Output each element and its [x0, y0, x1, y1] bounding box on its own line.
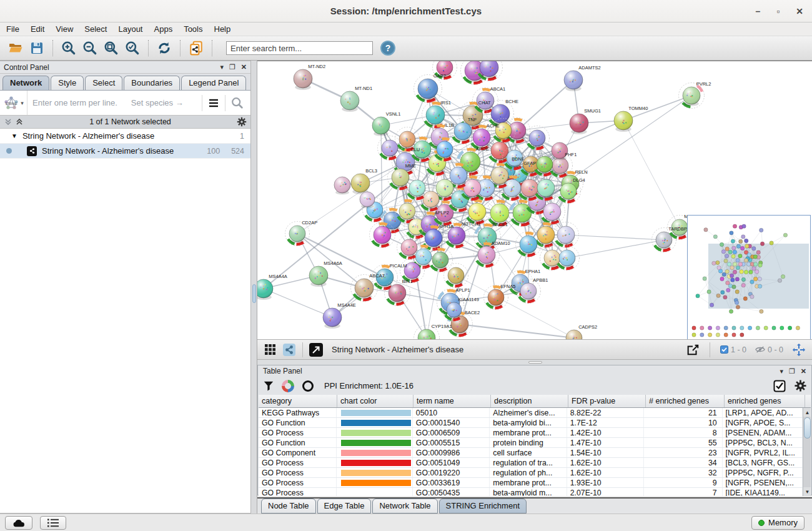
copy-network-icon[interactable] — [187, 39, 205, 57]
tab-legend-panel[interactable]: Legend Panel — [181, 76, 246, 90]
collapse-all-icon[interactable] — [4, 117, 12, 126]
network-canvas[interactable]: MT-ND2MT-ND1VSNL1GAB2IRS1CHATABCA1BCHEIL… — [257, 61, 812, 339]
network-node-gab2[interactable] — [414, 75, 442, 103]
tab-style[interactable]: Style — [51, 76, 84, 90]
network-node[interactable] — [370, 222, 395, 248]
menu-layout[interactable]: Layout — [118, 24, 142, 34]
splitter-grip[interactable] — [528, 361, 542, 364]
table-row[interactable]: GO ProcessGO:0019220regulation of ph...1… — [259, 468, 803, 478]
network-node-cadps2[interactable] — [566, 330, 582, 339]
network-row[interactable]: String Network - Alzheimer's disease 100… — [0, 144, 250, 159]
string-query-placeholder[interactable]: Enter one term per line. — [27, 98, 117, 107]
table-row[interactable]: GO ProcessGO:0006509membrane prot...1.42… — [259, 428, 803, 438]
expand-all-icon[interactable] — [15, 117, 24, 126]
network-node-ms4a4a[interactable] — [257, 279, 273, 300]
tab-edge-table[interactable]: Edge Table — [317, 499, 372, 514]
navigator-move-icon[interactable] — [791, 342, 806, 357]
refresh-icon[interactable] — [156, 39, 173, 57]
column-header--enriched-genes[interactable]: # enriched genes — [646, 395, 725, 407]
zoom-out-icon[interactable] — [81, 39, 99, 57]
horizontal-splitter[interactable] — [257, 360, 812, 365]
birds-eye-view[interactable] — [687, 215, 811, 339]
table-row[interactable]: GO FunctionGO:0001540beta-amyloid bi...1… — [259, 418, 803, 428]
splitter-grip[interactable] — [252, 284, 256, 303]
network-node[interactable] — [334, 177, 350, 195]
column-header-enriched-genes[interactable]: enriched genes — [725, 395, 805, 407]
zoom-selected-icon[interactable] — [124, 39, 141, 57]
network-collection-row[interactable]: ▼ String Network - Alzheimer's disease 1 — [0, 129, 250, 144]
network-node[interactable] — [360, 192, 375, 208]
close-button[interactable]: ✕ — [796, 7, 803, 16]
set-species-label[interactable]: Set species → — [131, 98, 184, 107]
panel-splitter[interactable] — [251, 61, 257, 514]
panel-float-icon[interactable]: ❐ — [789, 368, 795, 375]
cloud-tasks-button[interactable] — [5, 516, 32, 530]
column-header-FDR-p-value[interactable]: FDR p-value — [568, 395, 646, 407]
save-session-icon[interactable] — [28, 39, 46, 57]
menu-tools[interactable]: Tools — [184, 24, 202, 34]
network-node-tomm40[interactable] — [614, 111, 633, 132]
menu-help[interactable]: Help — [214, 24, 231, 34]
column-header-description[interactable]: description — [491, 395, 568, 407]
column-header-term-name[interactable]: term name — [413, 395, 491, 407]
help-icon[interactable]: ? — [379, 39, 397, 57]
network-node-ms4a4e[interactable] — [323, 308, 342, 329]
scroll-up-icon[interactable]: ▲ — [803, 408, 811, 417]
table-row[interactable]: KEGG Pathways05010Alzheimer's dise...8.8… — [259, 408, 803, 418]
menu-view[interactable]: View — [56, 24, 73, 34]
memory-button[interactable]: Memory — [751, 516, 805, 530]
network-node-adamts2[interactable] — [564, 71, 583, 91]
network-options-gear-icon[interactable] — [237, 117, 247, 127]
menu-edit[interactable]: Edit — [31, 24, 44, 34]
table-scrollbar[interactable]: ▲ ▼ — [803, 408, 811, 496]
minimize-button[interactable]: – — [756, 7, 761, 16]
tab-network[interactable]: Network — [2, 76, 49, 90]
search-input[interactable] — [226, 41, 373, 55]
network-node[interactable] — [553, 222, 579, 248]
network-node[interactable] — [516, 232, 542, 257]
tree-expand-icon[interactable]: ▼ — [11, 132, 17, 139]
table-row[interactable]: GO ComponentGO:0009986cell surface1.54E-… — [259, 448, 803, 458]
maximize-button[interactable]: ▫ — [776, 7, 780, 16]
string-search-icon[interactable] — [230, 96, 244, 110]
string-logo-icon[interactable]: STRING ▾ — [0, 91, 27, 115]
table-row[interactable]: GO ProcessGO:0051049regulation of tra...… — [259, 458, 803, 468]
settings-gear-icon[interactable] — [795, 380, 806, 392]
panel-menu-icon[interactable]: ▾ — [780, 368, 783, 375]
table-row[interactable]: GO ProcessGO:0033619membrane prot...1.93… — [259, 478, 803, 488]
task-list-button[interactable] — [40, 516, 66, 530]
open-session-icon[interactable] — [7, 39, 24, 57]
menu-select[interactable]: Select — [84, 24, 107, 34]
string-tab-icon[interactable] — [282, 342, 297, 357]
tab-network-table[interactable]: Network Table — [372, 499, 437, 514]
zoom-in-icon[interactable] — [60, 39, 77, 57]
select-genes-icon[interactable] — [773, 380, 786, 392]
tab-node-table[interactable]: Node Table — [261, 499, 316, 514]
zoom-fit-icon[interactable] — [102, 39, 120, 57]
menu-apps[interactable]: Apps — [154, 24, 173, 34]
panel-float-icon[interactable]: ❐ — [229, 64, 235, 71]
network-node-ms4a6a[interactable] — [309, 266, 328, 287]
menu-file[interactable]: File — [6, 24, 19, 34]
panel-close-icon[interactable]: ✕ — [241, 64, 247, 71]
scroll-down-icon[interactable]: ▼ — [803, 487, 811, 496]
column-header-chart-color[interactable]: chart color — [337, 395, 413, 407]
filter-icon[interactable] — [263, 380, 274, 392]
string-options-icon[interactable] — [207, 97, 220, 109]
tab-string-enrichment[interactable]: STRING Enrichment — [439, 499, 527, 514]
panel-close-icon[interactable]: ✕ — [801, 368, 806, 375]
tab-boundaries[interactable]: Boundaries — [124, 76, 180, 90]
network-node-vsnl1[interactable] — [372, 117, 390, 136]
grid-view-icon[interactable] — [263, 342, 278, 357]
open-in-window-icon[interactable] — [309, 342, 324, 357]
table-row[interactable]: GO FunctionGO:0005515protein binding1.47… — [259, 438, 803, 448]
panel-menu-icon[interactable]: ▾ — [220, 64, 224, 71]
tab-select[interactable]: Select — [85, 76, 122, 90]
network-node-smug1[interactable] — [570, 114, 588, 134]
network-node-mt-nd2[interactable] — [294, 69, 312, 90]
network-node-mt-nd1[interactable] — [340, 91, 359, 112]
table-row[interactable]: GO ProcessGO:0050435beta-amyloid m...2.0… — [259, 488, 803, 496]
scrollbar-thumb[interactable] — [804, 417, 811, 439]
network-node-bcl3[interactable] — [351, 174, 370, 194]
network-node[interactable] — [444, 264, 468, 288]
